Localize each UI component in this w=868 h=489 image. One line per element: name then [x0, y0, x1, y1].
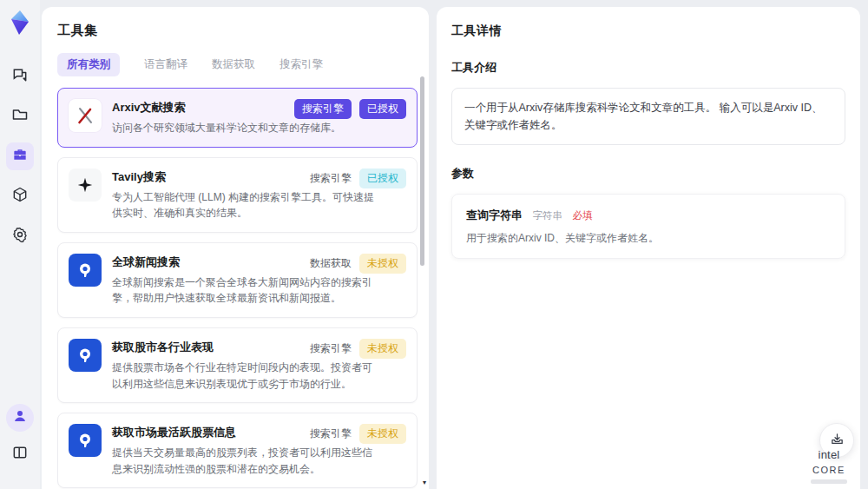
- tavily-sparkle-icon: [69, 169, 102, 202]
- category-tabs: 所有类别 语言翻译 数据获取 搜索引擎: [57, 53, 417, 76]
- icon-sidebar: [0, 0, 40, 489]
- folder-icon: [11, 106, 29, 127]
- blue-search-logo-icon: [69, 254, 102, 287]
- tool-card-active-stocks[interactable]: 获取市场最活跃股票信息 提供当天交易量最高的股票列表，投资者可以利用这些信息来识…: [57, 413, 418, 488]
- auth-status-badge: 已授权: [359, 169, 406, 188]
- parameter-type: 字符串: [532, 210, 562, 221]
- tool-intro-text: 一个用于从Arxiv存储库搜索科学论文和文章的工具。 输入可以是Arxiv ID…: [451, 88, 845, 145]
- tool-card-tavily[interactable]: Tavily搜索 专为人工智能代理 (LLM) 构建的搜索引擎工具。可快速提供实…: [57, 157, 418, 233]
- tool-description: 访问各个研究领域大量科学论文和文章的存储库。: [112, 120, 374, 136]
- tool-card-global-news[interactable]: 全球新闻搜索 全球新闻搜索是一个聚合全球各大新闻网站内容的搜索引擎，帮助用户快速…: [57, 242, 418, 318]
- intel-brand-text: intel: [819, 448, 840, 461]
- sidebar-item-collapse[interactable]: [6, 440, 34, 468]
- category-badge: 数据获取: [310, 254, 352, 274]
- chat-icon: [11, 66, 29, 87]
- sidebar-item-settings[interactable]: [6, 222, 34, 250]
- tool-description: 专为人工智能代理 (LLM) 构建的搜索引擎工具。可快速提供实时、准确和真实的结…: [112, 189, 374, 221]
- parameter-description: 用于搜索的Arxiv ID、关键字或作者姓名。: [466, 231, 831, 246]
- intel-sub-badge: [811, 479, 847, 484]
- intel-core-logo: intel CORE: [800, 446, 858, 484]
- category-badge: 搜索引擎: [310, 169, 352, 188]
- category-badge: 搜索引擎: [294, 99, 352, 119]
- intro-heading: 工具介绍: [451, 60, 845, 76]
- category-badge: 搜索引擎: [310, 339, 352, 359]
- app-logo-icon: [4, 7, 36, 38]
- auth-status-badge: 未授权: [359, 254, 406, 274]
- params-heading: 参数: [451, 166, 845, 182]
- tool-card-stock-sectors[interactable]: 获取股市各行业表现 提供股票市场各个行业在特定时间段内的表现。投资者可以利用这些…: [57, 327, 418, 403]
- sidebar-item-files[interactable]: [6, 102, 34, 130]
- page-title: 工具集: [57, 23, 417, 39]
- required-badge: 必填: [572, 210, 592, 221]
- auth-status-badge: 未授权: [359, 339, 406, 359]
- parameter-card: 查询字符串 字符串 必填 用于搜索的Arxiv ID、关键字或作者姓名。: [451, 194, 845, 259]
- tool-description: 提供股票市场各个行业在特定时间段内的表现。投资者可以利用这些信息来识别表现优于或…: [112, 360, 374, 392]
- tool-card-arxiv[interactable]: Arxiv文献搜索 访问各个研究领域大量科学论文和文章的存储库。 搜索引擎 已授…: [57, 88, 418, 148]
- list-scrollbar-thumb[interactable]: [420, 76, 424, 266]
- auth-status-badge: 已授权: [359, 99, 406, 119]
- parameter-name: 查询字符串: [466, 208, 523, 221]
- tool-description: 全球新闻搜索是一个聚合全球各大新闻网站内容的搜索引擎，帮助用户快速获取全球最新资…: [112, 274, 374, 307]
- panel-toggle-icon: [11, 444, 29, 465]
- sidebar-bottom-group: [6, 404, 34, 480]
- toolset-panel: 工具集 所有类别 语言翻译 数据获取 搜索引擎 Arxiv文献搜索 访问各个研究…: [42, 7, 429, 489]
- briefcase-icon: [11, 146, 29, 167]
- gear-icon: [11, 226, 29, 247]
- scroll-down-arrow[interactable]: ▾: [423, 479, 426, 486]
- tool-description: 提供当天交易量最高的股票列表，投资者可以利用这些信息来识别流动性强的股票和潜在的…: [112, 445, 374, 477]
- arxiv-logo-icon: [69, 99, 102, 132]
- tab-search-engine[interactable]: 搜索引擎: [279, 57, 323, 72]
- sidebar-item-chat[interactable]: [6, 63, 34, 90]
- user-icon: [12, 408, 28, 427]
- sidebar-item-models[interactable]: [6, 182, 34, 210]
- sidebar-item-tools[interactable]: [6, 142, 34, 170]
- details-title: 工具详情: [451, 23, 845, 39]
- core-brand-text: CORE: [812, 465, 845, 475]
- tab-all-categories[interactable]: 所有类别: [57, 53, 120, 76]
- cube-icon: [11, 186, 29, 207]
- auth-status-badge: 未授权: [359, 424, 406, 444]
- blue-search-logo-icon: [69, 424, 102, 457]
- sidebar-item-user[interactable]: [6, 404, 34, 432]
- blue-search-logo-icon: [69, 339, 102, 372]
- tool-card-list: Arxiv文献搜索 访问各个研究领域大量科学论文和文章的存储库。 搜索引擎 已授…: [57, 88, 418, 489]
- tab-language-translation[interactable]: 语言翻译: [144, 57, 187, 72]
- tab-data-fetching[interactable]: 数据获取: [212, 57, 255, 72]
- tool-details-panel: 工具详情 工具介绍 一个用于从Arxiv存储库搜索科学论文和文章的工具。 输入可…: [437, 7, 860, 489]
- category-badge: 搜索引擎: [310, 424, 352, 444]
